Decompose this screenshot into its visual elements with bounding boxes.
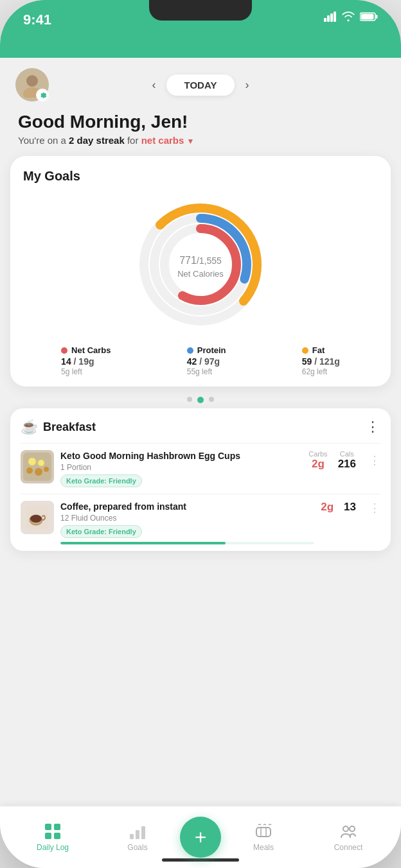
svg-point-7: [26, 75, 38, 87]
donut-center: 771/1,555 Net Calories: [177, 251, 224, 279]
streak-middle: for: [125, 135, 141, 146]
protein-label: Protein: [197, 345, 226, 355]
protein-dot: [187, 347, 193, 354]
svg-point-16: [28, 458, 36, 465]
nav-goals[interactable]: Goals: [95, 822, 180, 852]
meal-info-1: Keto Good Morning Hashbrown Egg Cups 1 P…: [60, 450, 302, 487]
svg-rect-27: [54, 833, 60, 839]
goals-card: My Goals: [10, 156, 391, 386]
nav-daily-log[interactable]: Daily Log: [10, 822, 95, 852]
progress-bar-2: [60, 542, 314, 544]
fat-values: 59 / 121g: [302, 356, 340, 367]
meal-portion-1: 1 Portion: [60, 463, 302, 472]
nav-meals[interactable]: Meals: [221, 822, 306, 852]
protein-values: 42 / 97g: [187, 356, 226, 367]
daily-log-label: Daily Log: [37, 843, 69, 852]
breakfast-icon: ☕: [21, 419, 38, 435]
app-header: ‹ TODAY ›: [0, 58, 401, 107]
svg-point-19: [35, 468, 42, 476]
next-day-button[interactable]: ›: [245, 78, 249, 92]
svg-rect-28: [130, 834, 134, 839]
connect-icon: [339, 822, 357, 840]
cals-val-2: 13: [344, 501, 356, 514]
cals-val-1: 216: [338, 458, 356, 471]
calories-label: Net Calories: [177, 269, 224, 279]
svg-rect-5: [361, 14, 374, 20]
page-dot-1[interactable]: [187, 397, 192, 402]
streak-value: 2 day streak: [69, 135, 125, 146]
screen: ‹ TODAY › Good Morning, Jen! You're on a…: [0, 58, 401, 868]
goals-label: Goals: [127, 843, 147, 852]
nav-connect[interactable]: Connect: [306, 822, 391, 852]
greeting-section: Good Morning, Jen! You're on a 2 day str…: [0, 107, 401, 156]
goals-icon: [129, 822, 147, 840]
svg-rect-15: [23, 453, 51, 481]
macros-row: Net Carbs 14 / 19g 5g left Protein 42 / …: [23, 345, 378, 376]
breakfast-more-button[interactable]: ⋮: [366, 419, 380, 435]
carbs-left: 5g left: [61, 367, 111, 376]
carbs-dot: [61, 347, 67, 354]
macro-carbs: Net Carbs 14 / 19g 5g left: [61, 345, 111, 376]
svg-rect-29: [136, 830, 139, 839]
cals-col-2: 13: [344, 501, 356, 514]
today-label[interactable]: TODAY: [166, 74, 235, 96]
svg-rect-6: [376, 15, 378, 19]
meal-name-2[interactable]: Coffee, prepared from instant: [60, 501, 314, 512]
goals-title: My Goals: [23, 169, 378, 184]
meal-name-1[interactable]: Keto Good Morning Hashbrown Egg Cups: [60, 450, 302, 462]
battery-icon: [360, 12, 378, 22]
status-bar: 9:41: [0, 0, 401, 58]
carbs-col-2: 2g: [321, 501, 334, 514]
meals-icon: [254, 822, 272, 840]
fat-dot: [302, 347, 308, 354]
svg-rect-1: [327, 15, 330, 22]
keto-badge-1: Keto Grade: Friendly: [60, 474, 142, 487]
breakfast-title-row: ☕ Breakfast: [21, 419, 96, 435]
status-time: 9:41: [23, 12, 51, 28]
meal-thumb-1: [21, 450, 54, 483]
keto-badge-2: Keto Grade: Friendly: [60, 525, 142, 538]
streak-dropdown-arrow[interactable]: ▼: [187, 137, 195, 146]
page-dot-3[interactable]: [209, 397, 214, 402]
meal-item-2: Coffee, prepared from instant 12 Fluid O…: [21, 494, 380, 551]
home-indicator: [162, 858, 239, 862]
breakfast-title: Breakfast: [43, 421, 96, 434]
notch: [149, 0, 252, 21]
phone-shell: 9:41: [0, 0, 401, 868]
carbs-col-1: Carbs 2g: [308, 450, 327, 471]
streak-target[interactable]: net carbs: [141, 135, 184, 146]
macro-fat: Fat 59 / 121g 62g left: [302, 345, 340, 376]
signal-icon: [324, 12, 337, 22]
svg-rect-24: [45, 824, 51, 830]
prev-day-button[interactable]: ‹: [152, 78, 156, 92]
page-dot-2[interactable]: [197, 397, 204, 403]
status-icons: [324, 12, 378, 22]
meal-macros-1: Carbs 2g Cals 216 ⋮: [308, 450, 380, 471]
carbs-header-1: Carbs: [308, 450, 327, 458]
svg-point-23: [30, 515, 42, 523]
svg-point-20: [44, 467, 49, 472]
meal-info-2: Coffee, prepared from instant 12 Fluid O…: [60, 501, 314, 544]
breakfast-section: ☕ Breakfast ⋮: [10, 408, 391, 551]
settings-gear-icon[interactable]: [36, 89, 49, 101]
svg-point-18: [26, 467, 33, 474]
meals-label: Meals: [253, 843, 274, 852]
fat-label: Fat: [312, 345, 325, 355]
breakfast-header: ☕ Breakfast ⋮: [21, 419, 380, 435]
add-fab-button[interactable]: +: [180, 817, 221, 858]
drag-handle-2[interactable]: ⋮: [369, 501, 380, 515]
svg-rect-26: [45, 833, 51, 839]
svg-rect-0: [324, 18, 326, 22]
meal-image-2: [26, 506, 49, 529]
carbs-val-1: 2g: [312, 458, 325, 471]
date-navigation: ‹ TODAY ›: [57, 74, 344, 96]
greeting-title: Good Morning, Jen!: [18, 112, 383, 132]
calories-current: 771: [179, 255, 197, 266]
avatar-wrapper[interactable]: [15, 68, 49, 101]
streak-prefix: You're on a: [18, 135, 69, 146]
drag-handle-1[interactable]: ⋮: [369, 453, 380, 467]
svg-point-35: [350, 826, 355, 831]
protein-left: 55g left: [187, 367, 226, 376]
meal-macros-2: 2g 13 ⋮: [321, 501, 380, 515]
svg-rect-30: [141, 826, 145, 839]
